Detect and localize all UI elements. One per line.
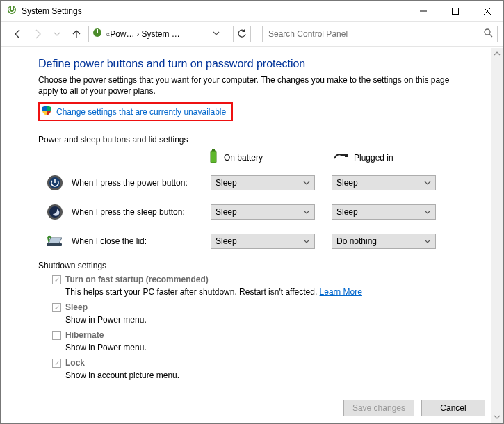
section-shutdown-label: Shutdown settings xyxy=(38,261,106,270)
chevron-down-icon xyxy=(303,179,310,188)
cancel-button[interactable]: Cancel xyxy=(421,400,485,416)
checkbox-lock-desc: Show in account picture menu. xyxy=(65,370,487,380)
close-button[interactable] xyxy=(471,1,503,22)
back-button[interactable] xyxy=(10,26,26,42)
column-header-plugged-label: Plugged in xyxy=(354,153,393,163)
elevation-link-highlight: Change settings that are currently unava… xyxy=(38,102,233,121)
svg-rect-7 xyxy=(97,29,98,33)
checkbox-hibernate-label: Hibernate xyxy=(65,330,104,340)
select-value: Sleep xyxy=(216,178,237,188)
search-icon xyxy=(483,28,493,40)
chevron-right-icon: › xyxy=(134,29,141,39)
select-value: Sleep xyxy=(216,236,237,246)
desc-text: This helps start your PC faster after sh… xyxy=(65,287,320,297)
recent-dropdown-icon[interactable] xyxy=(49,26,65,42)
page-description: Choose the power settings that you want … xyxy=(38,74,455,97)
svg-line-9 xyxy=(489,34,492,37)
search-input[interactable] xyxy=(267,28,483,40)
save-changes-button[interactable]: Save changes xyxy=(343,400,414,416)
uac-shield-icon xyxy=(41,105,52,118)
power-options-icon xyxy=(92,27,103,40)
sleep-button-plugged-select[interactable]: Sleep xyxy=(332,204,436,220)
checkbox-hibernate-desc: Show in Power menu. xyxy=(65,343,487,352)
checkbox-lock[interactable]: Lock xyxy=(52,358,487,368)
svg-rect-12 xyxy=(345,154,348,157)
section-power-buttons-label: Power and sleep buttons and lid settings xyxy=(38,135,188,145)
svg-rect-10 xyxy=(211,151,216,163)
row-sleep-button: When I press the sleep button: Sleep Sle… xyxy=(38,202,487,222)
navigation-bar: « Pow… › System … xyxy=(1,22,503,47)
chevron-down-icon xyxy=(303,208,310,218)
footer-buttons: Save changes Cancel xyxy=(343,400,485,416)
select-value: Sleep xyxy=(336,178,358,188)
select-value: Sleep xyxy=(336,207,358,217)
svg-point-8 xyxy=(485,29,490,35)
svg-rect-3 xyxy=(453,8,459,15)
change-unavailable-settings-link[interactable]: Change settings that are currently unava… xyxy=(56,107,226,117)
plug-icon xyxy=(333,152,348,163)
chevron-down-icon xyxy=(424,179,431,188)
sleep-button-icon xyxy=(45,202,65,222)
window-title: System Settings xyxy=(22,6,82,16)
content-area: Define power buttons and turn on passwor… xyxy=(1,48,503,423)
row-close-lid: When I close the lid: Sleep Do nothing xyxy=(38,231,487,251)
row-power-button-label: When I press the power button: xyxy=(72,178,211,188)
checkbox-icon xyxy=(52,303,61,312)
minimize-button[interactable] xyxy=(407,1,439,22)
checkbox-lock-label: Lock xyxy=(65,358,85,368)
svg-rect-17 xyxy=(47,243,62,246)
select-value: Sleep xyxy=(216,207,237,217)
checkbox-icon xyxy=(52,331,61,340)
row-close-lid-label: When I close the lid: xyxy=(72,236,211,246)
breadcrumb[interactable]: « Pow… › System … xyxy=(88,26,227,42)
svg-rect-11 xyxy=(212,149,215,151)
select-value: Do nothing xyxy=(336,236,377,246)
chevron-down-icon xyxy=(424,237,431,247)
breadcrumb-current: System … xyxy=(141,29,179,39)
svg-rect-1 xyxy=(11,6,13,10)
breadcrumb-prev: Pow… xyxy=(110,29,134,39)
checkbox-fast-startup-label: Turn on fast startup (recommended) xyxy=(65,275,209,284)
section-shutdown: Shutdown settings xyxy=(38,261,487,270)
titlebar: System Settings xyxy=(1,1,503,22)
refresh-button[interactable] xyxy=(233,26,251,42)
checkbox-hibernate[interactable]: Hibernate xyxy=(52,330,487,340)
sleep-button-battery-select[interactable]: Sleep xyxy=(211,204,315,220)
up-button[interactable] xyxy=(69,26,84,42)
checkbox-sleep[interactable]: Sleep xyxy=(52,302,487,312)
checkbox-sleep-desc: Show in Power menu. xyxy=(65,315,487,325)
page-heading: Define power buttons and turn on passwor… xyxy=(38,58,487,70)
chevron-down-icon xyxy=(424,208,431,218)
maximize-button[interactable] xyxy=(439,1,471,22)
checkbox-icon xyxy=(52,275,61,284)
checkbox-fast-startup-desc: This helps start your PC faster after sh… xyxy=(65,287,487,297)
checkbox-icon xyxy=(52,359,61,368)
close-lid-battery-select[interactable]: Sleep xyxy=(211,234,315,249)
checkbox-fast-startup[interactable]: Turn on fast startup (recommended) xyxy=(52,275,487,284)
column-header-battery-label: On battery xyxy=(224,153,263,163)
laptop-lid-icon xyxy=(45,231,65,251)
chevron-down-icon[interactable] xyxy=(209,29,224,39)
chevron-down-icon xyxy=(303,237,310,247)
power-button-plugged-select[interactable]: Sleep xyxy=(332,175,436,190)
checkbox-sleep-label: Sleep xyxy=(65,302,88,312)
battery-icon xyxy=(209,149,218,166)
section-power-buttons: Power and sleep buttons and lid settings xyxy=(38,135,487,145)
learn-more-link[interactable]: Learn More xyxy=(320,287,362,297)
row-power-button: When I press the power button: Sleep Sle… xyxy=(38,173,487,193)
power-button-battery-select[interactable]: Sleep xyxy=(211,175,315,190)
close-lid-plugged-select[interactable]: Do nothing xyxy=(332,234,436,249)
column-header-battery: On battery xyxy=(209,149,316,166)
row-sleep-button-label: When I press the sleep button: xyxy=(72,207,211,217)
power-button-icon xyxy=(45,173,65,193)
forward-button[interactable] xyxy=(30,26,45,42)
search-box[interactable] xyxy=(262,26,498,42)
column-header-plugged: Plugged in xyxy=(333,149,441,166)
power-options-icon xyxy=(6,4,17,17)
